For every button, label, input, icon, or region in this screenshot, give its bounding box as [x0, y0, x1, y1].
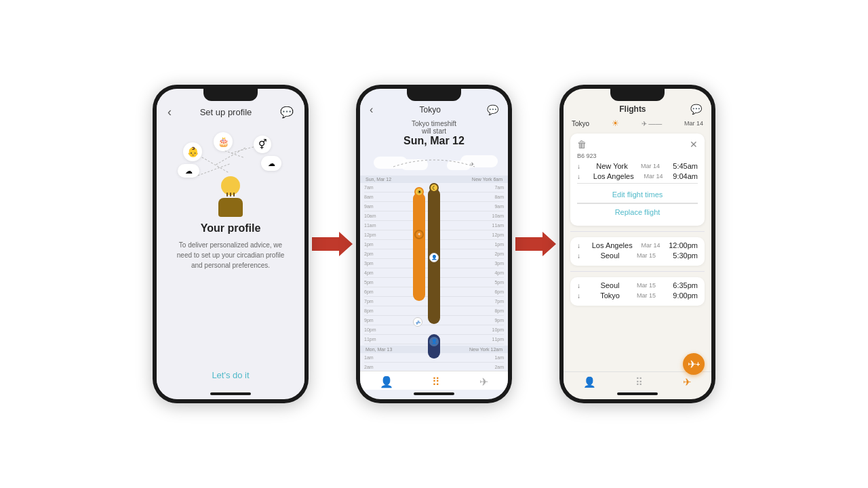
route-bar: Tokyo ☀ ✈ —— Mar 14 — [564, 116, 711, 131]
close-icon[interactable]: ✕ — [690, 139, 698, 150]
seg2-arr-city: Tokyo — [600, 291, 620, 300]
seg2-dep-row: ↓ Seoul Mar 15 6:35pm — [577, 281, 698, 289]
arr-time: 9:04am — [673, 172, 698, 180]
clouds-area: ✈ — [360, 151, 508, 176]
seg2-dep-date: Mar 15 — [637, 282, 656, 289]
person-icon-navy: 👤 — [429, 337, 439, 346]
section-header-1: Sun, Mar 12 New York 6am — [360, 176, 508, 183]
nav-profile-3[interactable]: 👤 — [583, 376, 596, 388]
phone2-bottom-nav: 👤 ⠿ ✈ — [360, 371, 508, 390]
segment-2: ↓ Seoul Mar 15 6:35pm ↓ Tokyo Mar 15 9:0… — [570, 277, 705, 306]
notch-1 — [203, 89, 258, 101]
notch-2 — [407, 89, 461, 101]
nav-bars-3[interactable]: ⠿ — [635, 376, 643, 388]
arrow-2 — [512, 230, 559, 258]
arrival-row: ↓ Los Angeles Mar 14 9:04am — [577, 172, 698, 180]
phone3-bottom-nav: 👤 ⠿ ✈ — [564, 371, 711, 390]
arr-arrow-icon: ↓ — [577, 173, 580, 180]
flight-card-header: 🗑 ✕ — [577, 139, 698, 150]
home-indicator-1 — [210, 392, 251, 395]
figure-body — [218, 198, 243, 217]
cake-icon: 🎂 — [214, 132, 233, 151]
seg2-arr-row: ↓ Tokyo Mar 15 9:00pm — [577, 291, 698, 300]
arr-city: Los Angeles — [593, 172, 634, 180]
arr-date: Mar 14 — [644, 173, 663, 180]
section2-date-right: New York 12am — [469, 347, 502, 352]
sleep-icon: 💤 — [413, 317, 422, 327]
fab-icon: ✈ — [688, 358, 696, 371]
nav-plane-2[interactable]: ✈ — [479, 375, 488, 388]
seg1-arr-icon: ↓ — [577, 252, 580, 260]
chat-icon-1[interactable]: 💬 — [280, 106, 294, 119]
arrow-1 — [309, 230, 356, 258]
seg2-arr-date: Mar 15 — [637, 292, 656, 299]
dep-time: 5:45am — [673, 162, 698, 170]
seg2-dep-time: 6:35pm — [673, 281, 698, 289]
phone-1: ‹ Set up profile 💬 👶 ⚥ 🎂 ☁ — [153, 85, 309, 403]
back-button-1[interactable]: ‹ — [167, 105, 172, 119]
seg1-dep-date: Mar 14 — [641, 242, 660, 249]
section-date-left: Sun, Mar 12 — [366, 177, 391, 182]
seg1-dep-row: ↓ Los Angeles Mar 14 12:00pm — [577, 241, 698, 249]
phone-3: . Flights 💬 Tokyo ☀ ✈ —— Mar 14 🗑 ✕ B6 9… — [559, 85, 715, 403]
sun-icon-mid: ☀ — [414, 230, 424, 239]
seg1-dep-icon: ↓ — [577, 242, 580, 249]
phone1-title: Set up profile — [200, 107, 252, 117]
plane-path: ✈ — [390, 157, 478, 170]
orange-bar: ☀ ☀ — [413, 192, 425, 301]
cloud-icon-1: ☁ — [261, 156, 281, 171]
flight-card: 🗑 ✕ B6 923 ↓ New York Mar 14 5:45am ↓ Lo… — [570, 134, 705, 226]
lets-do-it-button[interactable]: Let's do it — [212, 370, 249, 383]
divider-2 — [570, 271, 705, 272]
sun-icon-orange: ☀ — [414, 187, 424, 197]
phone3-header: . Flights 💬 — [564, 101, 711, 116]
route-arrow-icon: ✈ —— — [642, 120, 663, 127]
notch-3 — [610, 89, 665, 101]
profile-title: Your profile — [201, 222, 261, 235]
navy-bar: 👤 — [428, 334, 440, 359]
replace-flight-button[interactable]: Replace flight — [577, 204, 698, 220]
edit-flight-times-button[interactable]: Edit flight times — [577, 186, 698, 203]
seg1-arr-row: ↓ Seoul Mar 15 5:30pm — [577, 251, 698, 260]
central-figure — [218, 176, 243, 217]
schedule-body: 7am7am 8am8am 9am9am 10am10am 11am11am 1… — [360, 183, 508, 371]
nav-plane-3[interactable]: ✈ — [683, 376, 692, 388]
seg2-dep-icon: ↓ — [577, 282, 580, 289]
phone3-title: Flights — [619, 104, 646, 114]
route-date: Mar 14 — [684, 120, 703, 127]
fab-plus: + — [696, 361, 701, 368]
back-button-2[interactable]: ‹ — [370, 104, 373, 116]
home-indicator-2 — [414, 392, 454, 395]
timeshift-line1: Tokyo timeshift — [360, 120, 508, 127]
departure-row: ↓ New York Mar 14 5:45am — [577, 162, 698, 170]
gender-icon: ⚥ — [254, 136, 271, 153]
seg1-arr-city: Seoul — [600, 251, 619, 260]
nav-profile-2[interactable]: 👤 — [380, 375, 393, 388]
seg1-arr-date: Mar 15 — [637, 252, 656, 259]
trash-icon[interactable]: 🗑 — [577, 139, 587, 150]
seg2-dep-city: Seoul — [600, 281, 619, 289]
segment-1: ↓ Los Angeles Mar 14 12:00pm ↓ Seoul Mar… — [570, 237, 705, 266]
moon-icon-top: ☾ — [429, 183, 439, 192]
phone2-title: Tokyo — [419, 105, 440, 115]
profile-description: To deliver personalized advice, we need … — [167, 240, 294, 270]
chat-icon-2[interactable]: 💬 — [487, 104, 498, 115]
svg-text:✈: ✈ — [470, 161, 475, 167]
dep-arrow-icon: ↓ — [577, 163, 580, 170]
seg2-arr-icon: ↓ — [577, 292, 580, 300]
add-flight-fab[interactable]: ✈ + — [683, 353, 705, 375]
schedule-grid: Sun, Mar 12 New York 6am 7am7am 8am8am 9… — [360, 176, 508, 371]
home-indicator-3 — [617, 392, 658, 395]
flight-number: B6 923 — [577, 152, 698, 159]
svg-marker-2 — [515, 232, 556, 256]
nav-bars-2[interactable]: ⠿ — [432, 375, 440, 388]
phone1-header: ‹ Set up profile 💬 — [157, 101, 304, 122]
svg-marker-0 — [312, 232, 353, 256]
timeshift-line2: will start — [360, 127, 508, 135]
seg1-dep-time: 12:00pm — [669, 241, 698, 249]
phone1-content: 👶 ⚥ 🎂 ☁ ☁ Y — [157, 122, 304, 390]
section-date-right: New York 6am — [472, 177, 502, 182]
timeshift-date: Sun, Mar 12 — [360, 135, 508, 147]
chat-icon-3[interactable]: 💬 — [690, 104, 702, 115]
baby-icon: 👶 — [183, 142, 202, 161]
